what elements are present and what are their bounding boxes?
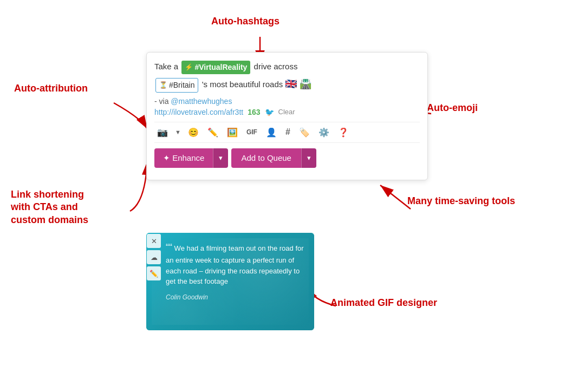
settings-button[interactable]: ⚙️ — [316, 126, 332, 139]
hashtag-button[interactable]: # — [283, 126, 293, 139]
enhance-button-group: ✦ Enhance ▾ — [154, 148, 228, 168]
gif-content: We had a filming team out on the road fo… — [146, 233, 314, 330]
annotation-auto-attribution: Auto-attribution — [14, 82, 88, 95]
image-button[interactable]: 🖼️ — [224, 126, 240, 139]
camera-button[interactable]: 📷 — [154, 126, 171, 139]
line2-post: 's most beautiful roads — [202, 80, 283, 89]
add-to-queue-button[interactable]: Add to Queue — [231, 148, 301, 168]
edit-button[interactable]: ✏️ — [205, 126, 221, 139]
virtual-reality-badge[interactable]: ⚡ #VirtualReality — [181, 61, 250, 74]
composer-line1: Take a ⚡ #VirtualReality drive across — [154, 60, 420, 74]
gif-button[interactable]: GIF — [244, 127, 260, 138]
bolt-icon: ⚡ — [185, 62, 193, 73]
annotation-auto-hashtags: Auto-hashtags — [211, 15, 280, 28]
road-emoji: 🛣️ — [300, 79, 311, 89]
composer-line2: ⏳ #Britain 's most beautiful roads 🇬🇧 🛣️ — [154, 76, 420, 93]
enhance-button[interactable]: ✦ Enhance — [154, 148, 213, 168]
main-container: Auto-hashtags Auto-attribution Link shor… — [0, 0, 585, 392]
gif-author: Colin Goodwin — [166, 293, 307, 301]
link-url[interactable]: http://ilovetravel.com/afr3tt — [154, 108, 243, 116]
annotation-auto-emoji: Auto-emoji — [427, 102, 478, 114]
gif-close-button[interactable]: ✕ — [147, 234, 161, 248]
annotation-time-saving: Many time-saving tools — [407, 195, 515, 207]
queue-dropdown[interactable]: ▾ — [301, 148, 316, 168]
char-count: 163 — [248, 108, 260, 116]
emoji-button[interactable]: 😊 — [185, 126, 202, 139]
via-text: - via — [154, 97, 168, 106]
clear-button[interactable]: Clear — [278, 108, 295, 116]
via-handle[interactable]: @matthewhughes — [171, 97, 232, 106]
action-buttons: ✦ Enhance ▾ Add to Queue ▾ — [154, 148, 420, 168]
composer-text: Take a ⚡ #VirtualReality drive across ⏳ … — [154, 60, 420, 93]
gif-cloud-button[interactable]: ☁ — [147, 250, 161, 264]
flag-uk-emoji: 🇬🇧 — [285, 79, 297, 89]
tag-button[interactable]: 🏷️ — [296, 126, 313, 139]
gif-card-controls: ✕ ☁ ✏️ — [147, 234, 161, 280]
composer-card: Take a ⚡ #VirtualReality drive across ⏳ … — [146, 52, 428, 180]
virtual-reality-label: #VirtualReality — [194, 61, 247, 73]
line1-pre: Take a — [154, 62, 178, 71]
gif-quote: We had a filming team out on the road fo… — [166, 240, 307, 287]
gif-edit-button[interactable]: ✏️ — [147, 266, 161, 280]
queue-button-group: Add to Queue ▾ — [231, 148, 316, 168]
twitter-icon: 🐦 — [265, 108, 274, 116]
camera-dropdown[interactable]: ▼ — [174, 127, 182, 137]
user-button[interactable]: 👤 — [263, 126, 280, 139]
britain-badge[interactable]: ⏳ #Britain — [155, 78, 198, 92]
annotation-link-shortening: Link shortening with CTAs and custom dom… — [11, 188, 88, 226]
toolbar: 📷 ▼ 😊 ✏️ 🖼️ GIF 👤 # 🏷️ ⚙️ ❓ — [154, 122, 420, 143]
enhance-dropdown[interactable]: ▾ — [213, 148, 228, 168]
gif-card: We had a filming team out on the road fo… — [146, 233, 314, 330]
britain-label: #Britain — [169, 79, 194, 91]
line1-post: drive across — [254, 62, 298, 71]
hourglass-icon: ⏳ — [159, 80, 167, 90]
annotation-gif-designer: Animated GIF designer — [330, 297, 437, 309]
help-button[interactable]: ❓ — [335, 126, 352, 139]
via-line: - via @matthewhughes — [154, 97, 420, 106]
link-line: http://ilovetravel.com/afr3tt 163 🐦 Clea… — [154, 108, 420, 116]
